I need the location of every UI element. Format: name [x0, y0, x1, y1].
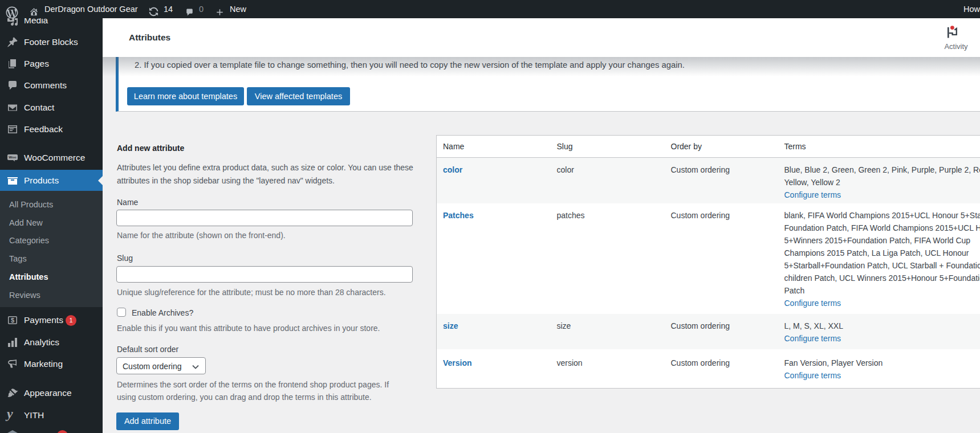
svg-text:Woo: Woo [9, 155, 17, 159]
svg-text:$: $ [11, 317, 14, 324]
